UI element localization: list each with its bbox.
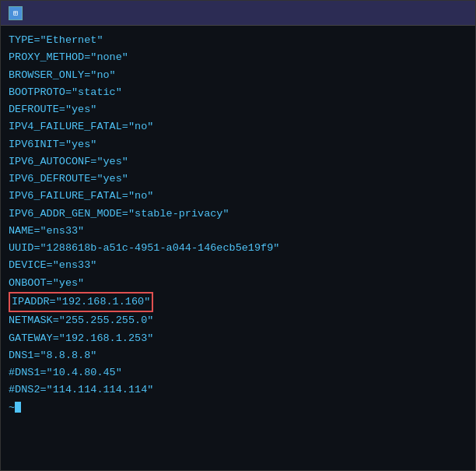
terminal-line: DNS1="8.8.8.8"	[9, 347, 467, 364]
terminal-line: BROWSER_ONLY="no"	[9, 67, 467, 84]
terminal-line: IPV6_ADDR_GEN_MODE="stable-privacy"	[9, 206, 467, 223]
terminal-line: IPV6_DEFROUTE="yes"	[9, 170, 467, 188]
terminal-line: #DNS1="10.4.80.45"	[9, 364, 467, 381]
highlighted-line: IPADDR="192.168.1.160"	[9, 292, 153, 312]
terminal-line: IPV6_FAILURE_FATAL="no"	[9, 188, 467, 205]
cursor-line: ~	[9, 399, 467, 417]
terminal-window: ⊞ TYPE="Ethernet"PROXY_METHOD="none"BROW…	[0, 0, 476, 471]
cursor	[15, 402, 21, 413]
terminal-line: DEVICE="ens33"	[9, 257, 467, 274]
terminal-line: IPV6_AUTOCONF="yes"	[9, 153, 467, 170]
terminal-line: GATEWAY="192.168.1.253"	[9, 330, 467, 347]
terminal-icon: ⊞	[9, 6, 23, 20]
terminal-line: IPV6INIT="yes"	[9, 136, 467, 153]
terminal-line: ONBOOT="yes"	[9, 275, 467, 292]
terminal-line: #DNS2="114.114.114.114"	[9, 381, 467, 399]
title-bar: ⊞	[1, 1, 475, 26]
terminal-line: BOOTPROTO="static"	[9, 84, 467, 101]
terminal-line: PROXY_METHOD="none"	[9, 49, 467, 66]
terminal-line: UUID="1288618b-a51c-4951-a044-146ecb5e19…	[9, 240, 467, 257]
terminal-line: IPADDR="192.168.1.160"	[9, 292, 467, 312]
terminal-line: TYPE="Ethernet"	[9, 32, 467, 49]
terminal-line: NAME="ens33"	[9, 223, 467, 240]
terminal-line: DEFROUTE="yes"	[9, 101, 467, 118]
terminal-line: IPV4_FAILURE_FATAL="no"	[9, 118, 467, 135]
terminal-line: NETMASK="255.255.255.0"	[9, 312, 467, 329]
terminal-body[interactable]: TYPE="Ethernet"PROXY_METHOD="none"BROWSE…	[1, 26, 475, 470]
